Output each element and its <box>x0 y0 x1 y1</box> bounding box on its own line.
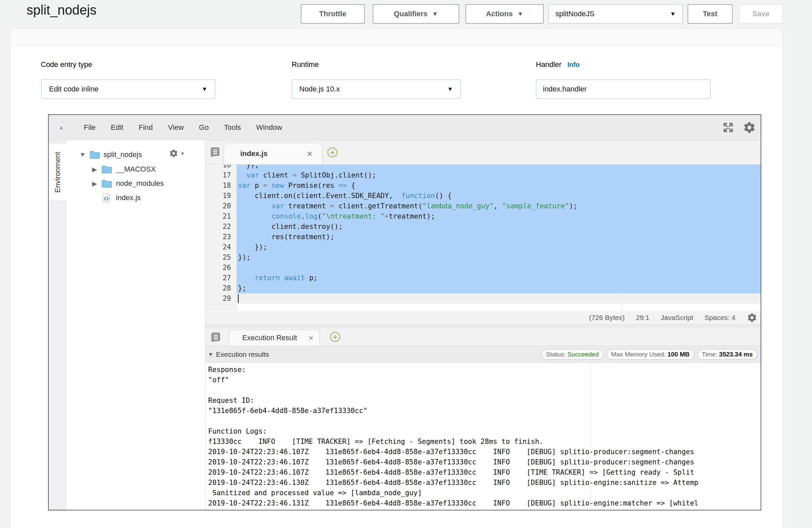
code-line-17: 17 var client = SplitObj.client(); <box>205 170 760 180</box>
cursor-position-status: 29:1 <box>636 314 650 322</box>
line-number[interactable]: 25 <box>205 252 231 263</box>
close-tab-icon[interactable]: × <box>307 149 312 158</box>
result-badges: Status: SucceededMax Memory Used: 100 MB… <box>541 349 757 360</box>
selected-code-text: console.log("\ntreatment: "+treatment); <box>237 211 760 222</box>
tab-execution-result-label: Execution Result <box>242 334 297 342</box>
line-number[interactable]: 24 <box>205 242 231 252</box>
menu-item-file[interactable]: File <box>84 123 96 132</box>
line-number[interactable]: 28 <box>205 283 231 293</box>
line-number[interactable]: 27 <box>205 273 231 283</box>
collapse-results-icon[interactable]: ▼ <box>208 351 213 357</box>
tree-settings-gear-icon[interactable]: ▼ <box>169 149 185 158</box>
line-number[interactable]: 29 <box>205 293 231 304</box>
folder-icon <box>101 165 112 174</box>
log-line: f13330cc INFO [TIME TRACKER] => [Fetchin… <box>208 437 760 447</box>
code-line-28: 28}; <box>205 283 760 293</box>
log-line <box>208 385 760 396</box>
menu-item-tools[interactable]: Tools <box>224 123 241 132</box>
selected-code-text: var client = SplitObj.client(); <box>237 170 760 180</box>
tree-toggle-icon[interactable]: ▼ <box>79 151 86 158</box>
line-number[interactable]: 23 <box>205 232 231 242</box>
log-line: "off" <box>208 375 760 385</box>
actions-button[interactable]: Actions ▼ <box>466 4 543 24</box>
line-number[interactable]: 21 <box>205 211 231 222</box>
selected-code-text: var p = new Promise(res => { <box>237 180 760 191</box>
tree-item-label: split_nodejs <box>103 150 142 159</box>
new-tab-icon[interactable]: + <box>330 332 340 342</box>
fullscreen-icon[interactable] <box>722 121 734 133</box>
alias-select-value: splitNodeJS <box>555 10 594 18</box>
test-button[interactable]: Test <box>688 4 733 24</box>
line-number[interactable]: 18 <box>205 180 231 191</box>
tree-item---MACOSX[interactable]: ▶__MACOSX <box>66 163 205 176</box>
line-number[interactable]: 22 <box>205 222 231 232</box>
selected-code-text: client.destroy(); <box>237 222 760 232</box>
editor-settings-gear-icon[interactable] <box>743 121 756 134</box>
js-file-icon <box>102 193 111 203</box>
tree-item-node-modules[interactable]: ▶node_modules <box>66 177 205 190</box>
environment-tab-label: Environment <box>53 152 62 193</box>
statusbar-gear-icon[interactable] <box>747 312 757 323</box>
collapse-menubar-icon[interactable]: ▲ <box>59 124 64 131</box>
log-line: "131e865f-6eb4-4dd8-858e-a37ef13330cc" <box>208 406 760 416</box>
line-number[interactable]: 16 <box>205 165 231 170</box>
caret-down-icon: ▼ <box>432 11 438 17</box>
selected-code-text <box>237 263 760 273</box>
log-line: 2019-10-24T22:23:46.130Z 131e865f-6eb4-4… <box>208 478 760 488</box>
file-size-status: (726 Bytes) <box>589 314 624 322</box>
line-number[interactable]: 20 <box>205 201 231 211</box>
folder-icon <box>89 150 100 159</box>
menu-item-go[interactable]: Go <box>199 123 208 132</box>
editor-menubar: ▲ FileEditFindViewGoToolsWindow <box>49 115 760 140</box>
tab-list-icon[interactable] <box>211 332 222 342</box>
execution-results-header[interactable]: ▼ Execution results Status: SucceededMax… <box>205 346 760 363</box>
line-number[interactable]: 26 <box>205 263 231 273</box>
tab-execution-result[interactable]: Execution Result × <box>229 329 320 346</box>
code-editor-pane[interactable]: 16 });17 var client = SplitObj.client();… <box>205 165 760 311</box>
pane-splitter[interactable] <box>205 325 760 328</box>
runtime-value: Node.js 10.x <box>299 85 340 93</box>
menu-item-find[interactable]: Find <box>139 123 153 132</box>
selected-code-text: }); <box>237 242 760 252</box>
environment-tab[interactable]: Environment <box>49 143 66 201</box>
caret-down-icon: ▼ <box>202 86 207 92</box>
language-mode-status[interactable]: JavaScript <box>661 314 693 322</box>
line-number[interactable]: 19 <box>205 191 231 201</box>
close-tab-icon[interactable]: × <box>308 334 314 342</box>
editor-statusbar: (726 Bytes) 29:1 JavaScript Spaces: 4 <box>205 311 760 325</box>
tree-toggle-icon[interactable]: ▶ <box>92 166 97 173</box>
tab-list-icon[interactable] <box>210 147 222 157</box>
selected-code-text: res(treatment); <box>237 232 760 242</box>
alias-select[interactable]: splitNodeJS ▼ <box>549 4 683 24</box>
tab-index-js[interactable]: index.js × <box>224 143 322 164</box>
code-entry-type-select[interactable]: Edit code inline ▼ <box>41 79 215 99</box>
tree-item-index-js[interactable]: index.js <box>66 191 205 204</box>
log-line: 2019-10-24T22:23:46.107Z 131e865f-6eb4-4… <box>208 457 760 467</box>
tree-toggle-icon[interactable]: ▶ <box>92 180 97 188</box>
log-line: Request ID: <box>208 396 760 406</box>
qualifiers-button[interactable]: Qualifiers ▼ <box>373 4 459 24</box>
execution-log-area[interactable]: Response:"off" Request ID:"131e865f-6eb4… <box>205 363 760 510</box>
section-header-clipped: Function code <box>10 29 783 46</box>
handler-input[interactable] <box>536 79 711 99</box>
line-number[interactable]: 17 <box>205 170 231 180</box>
actions-button-label: Actions <box>486 10 513 18</box>
log-line: Response: <box>208 365 760 375</box>
new-tab-icon[interactable]: + <box>328 147 337 157</box>
indentation-status[interactable]: Spaces: 4 <box>705 314 736 322</box>
caret-down-icon: ▼ <box>670 11 676 17</box>
menu-item-edit[interactable]: Edit <box>111 123 123 132</box>
code-line-18: 18var p = new Promise(res => { <box>205 180 760 191</box>
print-margin-line <box>622 293 622 311</box>
handler-label: HandlerInfo <box>536 60 580 69</box>
handler-info-link[interactable]: Info <box>567 61 580 68</box>
runtime-select[interactable]: Node.js 10.x ▼ <box>292 79 461 99</box>
menu-item-view[interactable]: View <box>168 123 184 132</box>
throttle-button[interactable]: Throttle <box>301 4 365 24</box>
selected-code-text: return await p; <box>237 273 760 283</box>
cloud9-editor: ▲ FileEditFindViewGoToolsWindow Environm… <box>48 114 761 511</box>
selected-code-text: }); <box>237 252 760 263</box>
save-button[interactable]: Save <box>739 4 783 24</box>
menu-item-window[interactable]: Window <box>256 123 282 132</box>
tree-item-label: __MACOSX <box>116 165 156 174</box>
